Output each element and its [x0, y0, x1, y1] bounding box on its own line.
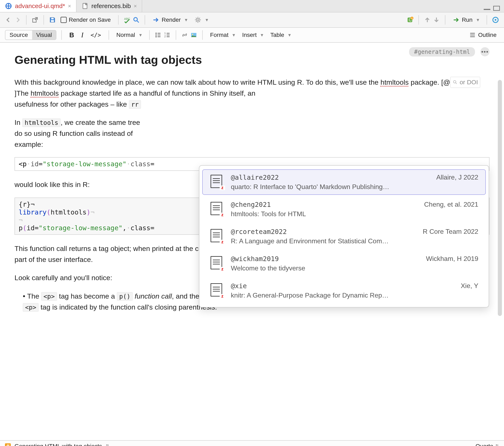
render-button[interactable]: Render: [150, 15, 190, 25]
svg-point-6: [134, 17, 137, 21]
document-area: #generating-html ••• Generating HTML wit…: [0, 43, 504, 440]
svg-rect-3: [51, 20, 54, 22]
tab-strip: advanced-ui.qmd* × references.bib ×: [0, 0, 504, 12]
visual-mode-button[interactable]: Visual: [32, 31, 56, 39]
reference-icon: z: [210, 229, 225, 244]
minimize-icon[interactable]: [484, 8, 490, 10]
close-icon[interactable]: ×: [68, 3, 71, 9]
tab-label: references.bib: [91, 2, 131, 10]
reference-icon: z: [210, 256, 225, 271]
citation-option[interactable]: z@xieXie, Yknitr: A General-Purpose Pack…: [202, 278, 486, 303]
checkbox-icon: [60, 17, 67, 23]
search-icon: [453, 80, 458, 85]
citation-title: knitr: A General-Purpose Package for Dyn…: [231, 292, 478, 299]
citation-popup: z@allaire2022Allaire, J 2022quarto: R In…: [199, 165, 489, 308]
bullet-list-icon[interactable]: [155, 32, 162, 38]
citation-key: @cheng2021: [231, 201, 271, 208]
arrow-up-icon[interactable]: [424, 16, 431, 23]
table-menu[interactable]: Table: [268, 31, 293, 39]
link-htmltools[interactable]: htmltools: [380, 78, 409, 86]
citation-key: @allaire2022: [231, 173, 279, 181]
svg-point-21: [453, 81, 456, 83]
inline-code: rr: [129, 100, 141, 109]
render-on-save-toggle[interactable]: Render on Save: [58, 15, 113, 24]
bold-button[interactable]: B: [67, 30, 76, 40]
forward-icon[interactable]: [14, 16, 21, 23]
settings-button[interactable]: [192, 15, 211, 25]
svg-point-13: [495, 19, 497, 21]
maximize-icon[interactable]: [493, 6, 500, 11]
inline-code: <p>: [23, 303, 38, 312]
source-visual-toggle: Source Visual: [5, 30, 56, 40]
citation-key: @rcoreteam2022: [231, 228, 287, 236]
citation-option[interactable]: z@allaire2022Allaire, J 2022quarto: R In…: [202, 169, 486, 195]
code-button[interactable]: </>: [88, 31, 104, 40]
filetype-indicator[interactable]: Quarto: [475, 443, 493, 446]
citation-option[interactable]: z@rcoreteam2022R Core Team 2022R: A Lang…: [202, 224, 486, 249]
svg-point-16: [155, 36, 157, 37]
citation-title: R: A Language and Environment for Statis…: [231, 237, 478, 245]
italic-button[interactable]: I: [79, 30, 86, 40]
back-icon[interactable]: [5, 16, 12, 23]
sort-icon[interactable]: ⇅: [495, 444, 499, 446]
citation-meta: Xie, Y: [461, 282, 478, 290]
outline-button[interactable]: Outline: [467, 30, 499, 40]
close-icon[interactable]: ×: [134, 3, 137, 9]
citation-input[interactable]: or DOI: [450, 77, 480, 88]
run-icon: [453, 16, 460, 23]
citation-title: htmltools: Tools for HTML: [231, 210, 478, 218]
svg-text:+: +: [411, 17, 413, 20]
svg-point-14: [155, 33, 157, 34]
render-label: Render: [162, 17, 181, 23]
citation-option[interactable]: z@cheng2021Cheng, et al. 2021htmltools: …: [202, 196, 486, 222]
svg-point-7: [197, 19, 199, 21]
heading-level-icon[interactable]: #: [5, 443, 11, 446]
block-style-dropdown[interactable]: Normal: [114, 31, 144, 39]
publish-icon[interactable]: [492, 16, 499, 23]
run-button[interactable]: Run: [450, 15, 482, 25]
citation-meta: Allaire, J 2022: [436, 173, 478, 181]
arrow-down-icon[interactable]: [433, 16, 440, 23]
svg-rect-4: [51, 18, 54, 19]
paragraph: With this background knowledge in place,…: [15, 77, 489, 110]
spellcheck-icon[interactable]: ABC: [124, 16, 130, 23]
reference-icon: z: [210, 175, 225, 190]
breadcrumb[interactable]: Generating HTML with tag objects: [15, 443, 102, 446]
primary-toolbar: Render on Save ABC Render C+ Run: [0, 12, 504, 28]
gear-icon: [194, 16, 201, 23]
tab-references[interactable]: references.bib ×: [76, 0, 142, 12]
format-menu[interactable]: Format: [208, 31, 238, 39]
citation-title: Welcome to the tidyverse: [231, 264, 478, 272]
source-mode-button[interactable]: Source: [5, 31, 32, 39]
image-icon[interactable]: [190, 32, 197, 38]
reference-icon: z: [210, 202, 225, 217]
citation-option[interactable]: z@wickham2019Wickham, H 2019Welcome to t…: [202, 251, 486, 276]
insert-menu[interactable]: Insert: [240, 31, 266, 39]
tab-label: advanced-ui.qmd*: [15, 2, 65, 10]
render-icon: [153, 16, 160, 23]
link-htmltools[interactable]: htmltools: [31, 89, 59, 97]
status-bar: # Generating HTML with tag objects ⇅ Qua…: [0, 440, 504, 446]
numbered-list-icon[interactable]: 12: [164, 32, 171, 38]
svg-point-20: [192, 34, 193, 35]
run-label: Run: [462, 17, 472, 23]
inline-code: p(): [117, 292, 133, 301]
text-file-icon: [81, 2, 89, 10]
citation-key: @wickham2019: [231, 255, 279, 263]
paragraph: In htmltools, we create the same tree do…: [15, 117, 489, 150]
window-buttons: [480, 0, 504, 12]
search-icon[interactable]: [133, 16, 140, 23]
editor-toolbar: Source Visual B I </> Normal 12 Format I…: [0, 28, 504, 43]
citation-title: quarto: R Interface to 'Quarto' Markdown…: [231, 183, 478, 191]
citation-meta: Cheng, et al. 2021: [424, 201, 478, 208]
link-icon[interactable]: [181, 32, 188, 38]
sort-icon[interactable]: ⇅: [106, 444, 109, 446]
save-icon[interactable]: [49, 16, 56, 23]
anchor-chip[interactable]: #generating-html: [409, 47, 475, 56]
popout-icon[interactable]: [32, 16, 38, 23]
citation-meta: R Core Team 2022: [423, 228, 478, 236]
add-chunk-icon[interactable]: C+: [406, 16, 414, 23]
more-menu-icon[interactable]: •••: [480, 47, 489, 56]
tab-advanced-ui[interactable]: advanced-ui.qmd* ×: [0, 0, 76, 12]
inline-code: htmltools: [22, 119, 61, 127]
